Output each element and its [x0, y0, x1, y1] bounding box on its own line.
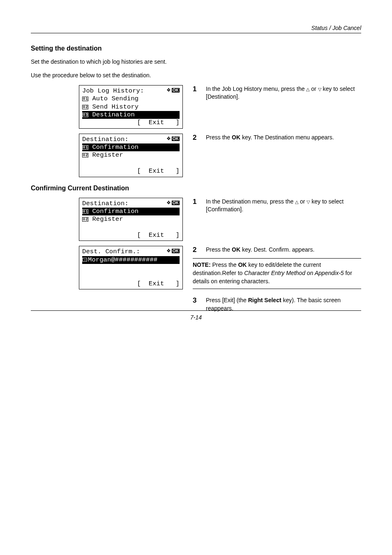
lcd-item-email: Morgan@########### — [88, 256, 157, 264]
lcd-exit: [ Exit ] — [82, 280, 180, 288]
lcd-title: Job Log History: — [82, 87, 144, 95]
lcd-title: Destination: — [82, 136, 129, 143]
item-num-01: 0 1 — [82, 97, 88, 101]
nav-ok-icon: ❖OK — [166, 200, 180, 206]
page-number: 7-14 — [190, 314, 202, 321]
lcd-item-confirmation: Confirmation — [92, 208, 138, 215]
heading-setting-destination: Setting the destination — [31, 45, 361, 52]
lcd-item-auto-sending: Auto Sending — [92, 95, 138, 102]
item-num-02: 0 2 — [82, 105, 88, 109]
up-arrow-icon: △ — [295, 199, 298, 205]
lcd-title: Dest. Confirm.: — [82, 248, 140, 255]
lcd-item-confirmation: Confirmation — [92, 143, 138, 151]
item-num-03: 0 3 — [82, 113, 88, 117]
item-num-01: 0 1 — [82, 209, 88, 214]
lcd-title: Destination: — [82, 200, 129, 207]
nav-ok-icon: ❖OK — [166, 136, 180, 142]
mail-icon — [82, 258, 87, 261]
step-number: 1 — [193, 85, 199, 93]
lcd-dest-confirm: Dest. Confirm.:❖OK Morgan@########### [ … — [79, 246, 183, 289]
item-num-02: 0 2 — [82, 153, 88, 157]
para-use-procedure: Use the procedure below to set the desti… — [31, 72, 361, 79]
lcd-job-log-history: Job Log History:❖OK 0 1 Auto Sending 0 2… — [79, 85, 183, 129]
lcd-destination-menu: Destination:❖OK 0 1 Confirmation 0 2 Reg… — [79, 134, 183, 177]
lcd-item-register: Register — [92, 151, 123, 159]
step-text: In the Job Log History menu, press the △… — [206, 85, 361, 101]
step-text: Press the OK key. Dest. Confirm. appears… — [206, 246, 361, 254]
step-number: 2 — [193, 134, 199, 142]
nav-ok-icon: ❖OK — [166, 248, 180, 254]
lcd-destination-menu-2: Destination:❖OK 0 1 Confirmation 0 2 Reg… — [79, 198, 183, 241]
lcd-exit: [ Exit ] — [82, 119, 180, 127]
heading-confirming-destination: Confirming Current Destination — [31, 185, 361, 192]
step-text: Press the OK key. The Destination menu a… — [206, 134, 361, 142]
note-block: NOTE: Press the OK key to edit/delete th… — [193, 258, 361, 289]
step-number: 2 — [193, 246, 199, 254]
top-rule — [31, 33, 361, 33]
lcd-item-destination: Destination — [92, 111, 134, 118]
lcd-exit: [ Exit ] — [82, 167, 180, 175]
down-arrow-icon: ▽ — [318, 86, 321, 92]
step-number: 1 — [193, 198, 199, 206]
lcd-item-send-history: Send History — [92, 103, 138, 111]
nav-ok-icon: ❖OK — [166, 87, 180, 93]
step-text: In the Destination menu, press the △ or … — [206, 198, 361, 214]
page-footer: 7-14 — [31, 310, 361, 321]
lcd-item-register: Register — [92, 215, 123, 223]
lcd-exit: [ Exit ] — [82, 231, 180, 239]
running-header: Status / Job Cancel — [31, 25, 361, 31]
item-num-02: 0 2 — [82, 217, 88, 222]
para-set-destination: Set the destination to which job log his… — [31, 58, 361, 66]
step-number: 3 — [193, 296, 199, 305]
item-num-01: 0 1 — [82, 145, 88, 150]
